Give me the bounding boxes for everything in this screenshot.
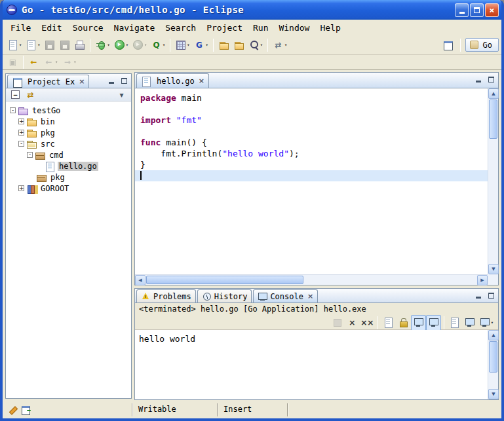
close-icon[interactable]: × [79, 77, 85, 86]
close-button[interactable]: × [485, 3, 499, 17]
menu-project[interactable]: Project [201, 20, 248, 35]
scroll-up-button[interactable]: ▲ [488, 330, 499, 340]
tree-item-pkg[interactable]: +pkg [6, 127, 131, 138]
tree-item-label: pkg [39, 128, 56, 137]
dropdown-arrow-icon: ▾ [73, 60, 76, 65]
view-menu-icon: ▾ [116, 89, 127, 100]
tab-history[interactable]: History [197, 289, 252, 302]
show-stderr-button[interactable] [426, 315, 441, 331]
titlebar[interactable]: Go - testGo/src/cmd/hello.go - Eclipse × [3, 0, 501, 20]
debug-button[interactable]: ▾ [93, 37, 111, 53]
close-icon[interactable]: × [199, 77, 204, 85]
editor-vertical-scrollbar: ▲ ▼ [488, 88, 498, 274]
show-stdout-button[interactable] [411, 315, 426, 331]
link-with-editor-button[interactable]: ⇄ [23, 89, 38, 101]
console-output[interactable]: hello world [135, 330, 488, 399]
tree-item-src[interactable]: -src [6, 138, 131, 149]
code-line-7: } [135, 159, 488, 170]
print-button[interactable] [72, 37, 87, 53]
maximize-view-button[interactable] [119, 76, 129, 86]
collapse-icon[interactable]: - [18, 141, 24, 147]
remove-launch-button[interactable]: × [345, 315, 360, 331]
go-perspective-button[interactable]: Go [465, 38, 499, 52]
tab-problems[interactable]: Problems [136, 289, 196, 302]
open-console-button[interactable]: ▾ [477, 315, 495, 331]
scroll-lock-button[interactable] [396, 315, 411, 331]
tree-item-pkg[interactable]: pkg [6, 172, 131, 183]
tree-item-hello-go[interactable]: hello.go [6, 160, 131, 172]
workspace: Project Ex × −⇄▾ -testGo+bin+pkg-src-cmd… [3, 71, 501, 401]
minimize-view-button[interactable] [106, 76, 117, 86]
open-archive-button[interactable] [216, 37, 231, 53]
display-console-button[interactable] [462, 315, 477, 331]
run-button[interactable]: ▾ [112, 37, 130, 53]
menu-window[interactable]: Window [273, 20, 315, 35]
clear-console-button[interactable] [381, 315, 396, 331]
scrollbar-thumb[interactable] [146, 276, 303, 284]
last-edit-location-button[interactable]: ← [26, 54, 41, 70]
menu-navigate[interactable]: Navigate [109, 20, 161, 35]
code-token: "fmt" [176, 115, 202, 125]
go-command-button[interactable]: G▾ [192, 37, 210, 53]
new-go-app-button[interactable]: ▾ [173, 37, 191, 53]
view-menu-button[interactable]: ▾ [114, 89, 129, 101]
go-perspective-icon [470, 41, 478, 49]
minimize-button[interactable] [455, 3, 469, 17]
menu-file[interactable]: File [5, 20, 36, 35]
pin-editor-icon: ▣ [7, 57, 18, 68]
tree-item-testgo[interactable]: -testGo [6, 105, 131, 116]
maximize-view-button[interactable] [486, 75, 496, 85]
maximize-button[interactable] [470, 3, 484, 17]
scroll-left-button[interactable]: ◀ [135, 275, 145, 285]
team-sync-button[interactable]: ⇄▾ [271, 37, 289, 53]
maximize-icon [488, 77, 494, 82]
dropdown-arrow-icon: ▾ [19, 43, 22, 48]
scroll-down-button[interactable]: ▼ [488, 264, 499, 274]
save-button [42, 37, 57, 53]
expand-icon[interactable]: + [18, 130, 24, 136]
scrollbar-thumb[interactable] [489, 100, 497, 139]
editor-tab-hello-go[interactable]: hello.go × [136, 73, 209, 88]
maximize-view-button[interactable] [486, 291, 496, 301]
scroll-down-button[interactable]: ▼ [488, 389, 499, 399]
tree-item-goroot[interactable]: +GOROOT [6, 183, 131, 194]
scrollbar-thumb[interactable] [489, 341, 497, 373]
collapse-all-button[interactable]: − [8, 89, 23, 101]
fast-view-icon[interactable] [8, 405, 18, 415]
minimize-view-button[interactable] [473, 75, 484, 85]
collapse-icon[interactable]: - [27, 152, 33, 158]
menu-edit[interactable]: Edit [36, 20, 67, 35]
close-icon[interactable]: × [307, 292, 313, 301]
show-view-icon[interactable] [21, 405, 31, 415]
open-perspective-button[interactable] [440, 37, 456, 53]
profile-icon [132, 39, 144, 50]
tab-project-explorer[interactable]: Project Ex × [7, 75, 89, 88]
code-token: "hello world" [222, 149, 289, 158]
toolbar-separator [213, 39, 214, 52]
scroll-up-button[interactable]: ▲ [488, 88, 499, 99]
tree-item-cmd[interactable]: -cmd [6, 149, 131, 160]
minimize-view-button[interactable] [473, 291, 484, 301]
code-editor[interactable]: package mainimport "fmt"func main() { fm… [135, 88, 488, 274]
tree-item-bin[interactable]: +bin [6, 116, 131, 127]
expand-icon[interactable]: + [18, 185, 24, 191]
new-go-element-button[interactable]: ▾ [24, 37, 42, 53]
pin-console-button[interactable] [447, 315, 462, 331]
console-status: <terminated> hello.go [Go Application] h… [135, 303, 498, 316]
back-icon: ← [43, 57, 54, 68]
menu-run[interactable]: Run [248, 20, 273, 35]
open-folder-button[interactable] [231, 37, 246, 53]
external-tools-button[interactable]: Q▾ [149, 37, 167, 53]
new-wizard-button[interactable]: ▾ [5, 37, 24, 53]
collapse-icon[interactable]: - [10, 107, 16, 113]
menu-source[interactable]: Source [68, 20, 109, 35]
scroll-right-button[interactable]: ▶ [477, 275, 488, 285]
expand-icon[interactable]: + [18, 119, 24, 124]
search-button[interactable]: ▾ [246, 37, 265, 53]
menu-search[interactable]: Search [160, 20, 201, 35]
menu-help[interactable]: Help [315, 20, 345, 35]
tree-item-label: src [39, 139, 56, 149]
tab-console[interactable]: Console× [253, 289, 318, 302]
tab-label: Console [270, 292, 303, 301]
remove-all-terminated-button[interactable]: ×× [360, 315, 375, 331]
